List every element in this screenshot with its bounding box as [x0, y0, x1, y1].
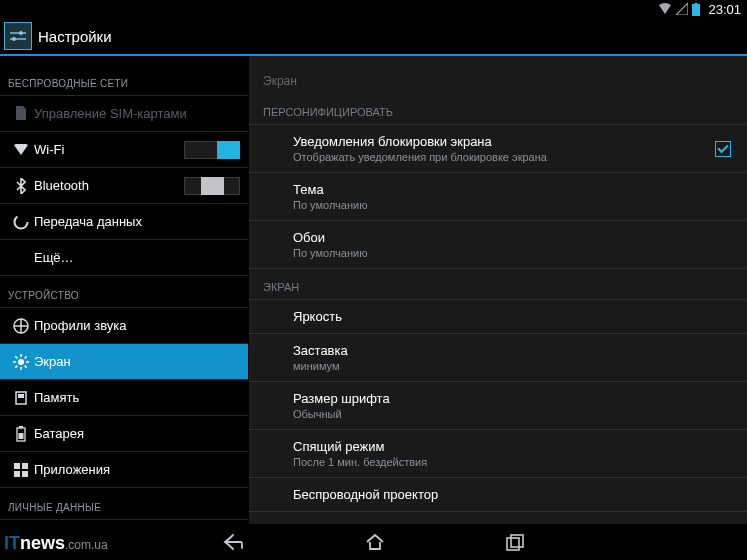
bluetooth-toggle[interactable]	[184, 177, 240, 195]
lock-notifications-checkbox[interactable]	[715, 141, 731, 157]
section-header-wireless: БЕСПРОВОДНЫЕ СЕТИ	[0, 56, 248, 96]
sidebar-item-wifi[interactable]: Wi-Fi	[0, 132, 248, 168]
settings-sidebar: БЕСПРОВОДНЫЕ СЕТИ Управление SIM-картами…	[0, 56, 248, 524]
pref-subtitle: Отображать уведомления при блокировке эк…	[293, 151, 715, 163]
svg-line-15	[15, 365, 17, 367]
svg-line-14	[25, 365, 27, 367]
svg-rect-25	[22, 471, 28, 477]
apps-icon	[8, 463, 34, 477]
bluetooth-icon	[8, 178, 34, 194]
svg-rect-0	[692, 4, 700, 16]
svg-line-16	[25, 356, 27, 358]
watermark: ITnews.com.ua	[4, 533, 108, 554]
detail-title: Экран	[249, 56, 747, 94]
navigation-bar	[0, 524, 747, 560]
status-bar: 23:01	[0, 0, 747, 18]
svg-point-5	[12, 37, 16, 41]
pref-subtitle: После 1 мин. бездействия	[293, 456, 731, 468]
section-header-personal: ЛИЧНЫЕ ДАННЫЕ	[0, 488, 248, 520]
pref-subtitle: По умолчанию	[293, 199, 731, 211]
wifi-status-icon	[658, 3, 672, 15]
sidebar-item-apps[interactable]: Приложения	[0, 452, 248, 488]
sidebar-item-display[interactable]: Экран	[0, 344, 248, 380]
sidebar-item-more[interactable]: Ещё…	[0, 240, 248, 276]
pref-subtitle: По умолчанию	[293, 247, 731, 259]
svg-point-3	[19, 31, 23, 35]
cell-signal-icon	[676, 3, 688, 15]
sidebar-item-label: Передача данных	[34, 214, 240, 229]
section-header-device: УСТРОЙСТВО	[0, 276, 248, 308]
watermark-domain: .com.ua	[65, 538, 108, 552]
nav-back-button[interactable]	[223, 533, 245, 551]
sidebar-item-label: Управление SIM-картами	[34, 106, 240, 121]
wifi-toggle[interactable]	[184, 141, 240, 159]
pref-daydream[interactable]: Заставка минимум	[249, 334, 747, 382]
content-area: БЕСПРОВОДНЫЕ СЕТИ Управление SIM-картами…	[0, 56, 747, 524]
sidebar-item-sim[interactable]: Управление SIM-картами	[0, 96, 248, 132]
pref-title: Размер шрифта	[293, 391, 731, 406]
pref-wallpaper[interactable]: Обои По умолчанию	[249, 221, 747, 269]
sidebar-item-label: Профили звука	[34, 318, 240, 333]
sidebar-item-label: Ещё…	[34, 250, 240, 265]
svg-rect-26	[511, 535, 523, 547]
sidebar-item-label: Bluetooth	[34, 178, 184, 193]
status-clock: 23:01	[708, 2, 741, 17]
data-usage-icon	[8, 214, 34, 230]
settings-app-icon	[4, 22, 32, 50]
pref-title: Уведомления блокировки экрана	[293, 134, 715, 149]
sidebar-item-battery[interactable]: Батарея	[0, 416, 248, 452]
svg-rect-20	[19, 426, 23, 428]
sidebar-item-label: Память	[34, 390, 240, 405]
sound-icon	[8, 318, 34, 334]
svg-rect-22	[14, 463, 20, 469]
watermark-news: news	[20, 533, 65, 553]
svg-rect-23	[22, 463, 28, 469]
svg-point-6	[15, 215, 28, 228]
pref-title: Яркость	[293, 309, 731, 324]
pref-title: Тема	[293, 182, 731, 197]
svg-point-8	[18, 359, 24, 365]
svg-rect-21	[19, 433, 24, 439]
sidebar-item-sound[interactable]: Профили звука	[0, 308, 248, 344]
pref-title: Обои	[293, 230, 731, 245]
svg-rect-27	[507, 538, 519, 550]
pref-sleep[interactable]: Спящий режим После 1 мин. бездействия	[249, 430, 747, 478]
pref-cast[interactable]: Беспроводной проектор	[249, 478, 747, 512]
pref-font-size[interactable]: Размер шрифта Обычный	[249, 382, 747, 430]
storage-icon	[8, 390, 34, 406]
pref-brightness[interactable]: Яркость	[249, 300, 747, 334]
svg-rect-24	[14, 471, 20, 477]
nav-home-button[interactable]	[365, 533, 385, 551]
sidebar-item-label: Батарея	[34, 426, 240, 441]
sim-icon	[8, 106, 34, 122]
detail-pane: Экран ПЕРСОНИФИЦИРОВАТЬ Уведомления блок…	[248, 56, 747, 524]
svg-line-13	[15, 356, 17, 358]
category-personalize: ПЕРСОНИФИЦИРОВАТЬ	[249, 94, 747, 125]
watermark-it: IT	[4, 533, 20, 553]
sidebar-item-label: Приложения	[34, 462, 240, 477]
pref-title: Беспроводной проектор	[293, 487, 731, 502]
app-title: Настройки	[38, 28, 112, 45]
pref-lock-notifications[interactable]: Уведомления блокировки экрана Отображать…	[249, 125, 747, 173]
sidebar-item-label: Wi-Fi	[34, 142, 184, 157]
pref-title: Спящий режим	[293, 439, 731, 454]
svg-rect-18	[18, 394, 24, 398]
battery-icon	[692, 3, 700, 16]
wifi-icon	[8, 144, 34, 156]
battery-icon	[8, 426, 34, 442]
app-bar: Настройки	[0, 18, 747, 56]
sidebar-item-label: Экран	[34, 354, 240, 369]
pref-subtitle: Обычный	[293, 408, 731, 420]
sidebar-item-storage[interactable]: Память	[0, 380, 248, 416]
category-screen: ЭКРАН	[249, 269, 747, 300]
pref-title: Заставка	[293, 343, 731, 358]
sidebar-item-bluetooth[interactable]: Bluetooth	[0, 168, 248, 204]
pref-theme[interactable]: Тема По умолчанию	[249, 173, 747, 221]
svg-rect-1	[695, 3, 698, 5]
sidebar-item-data-usage[interactable]: Передача данных	[0, 204, 248, 240]
display-icon	[8, 354, 34, 370]
pref-subtitle: минимум	[293, 360, 731, 372]
nav-recent-button[interactable]	[505, 533, 525, 551]
